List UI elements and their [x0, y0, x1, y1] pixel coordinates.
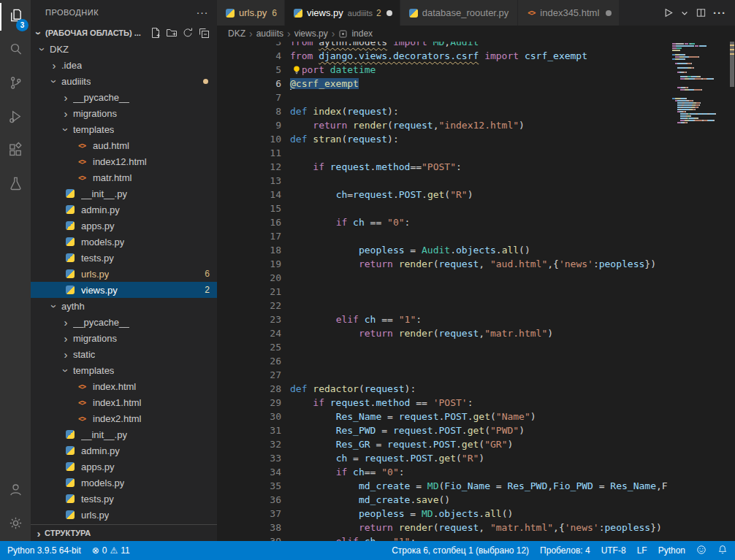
status-bar: Python 3.9.5 64-bit⊗0⚠11 Строка 6, столб… — [0, 541, 735, 560]
status-problems[interactable]: ⊗0⚠11 — [92, 545, 130, 556]
tree-item-label: __pycache__ — [73, 317, 129, 328]
code-text: def stran(request): — [290, 132, 399, 146]
line-number: 12 — [217, 160, 281, 174]
workspace-section-header[interactable]: › (РАБОЧАЯ ОБЛАСТЬ) ... — [31, 25, 217, 41]
sidebar-header: ПРОВОДНИК ··· — [31, 0, 217, 25]
breadcrumb-item[interactable]: DKZ — [228, 28, 245, 39]
status-feedback[interactable] — [696, 545, 707, 557]
tree-item-tests.py[interactable]: tests.py — [31, 491, 217, 507]
html-file-icon: <> — [76, 380, 88, 392]
status-cursor-position[interactable]: Строка 6, столбец 1 (выбрано 12) — [392, 545, 529, 556]
status-notifications[interactable] — [717, 545, 728, 557]
tree-item-index.html[interactable]: <>index.html — [31, 378, 217, 394]
tree-item-templates[interactable]: ›templates — [31, 362, 217, 378]
tree-item-label: __init__.py — [81, 429, 127, 440]
tree-item-urls.py[interactable]: urls.py6 — [31, 266, 217, 282]
minimap-line — [672, 54, 729, 55]
activity-source-control[interactable] — [0, 67, 31, 101]
tree-item-apps.py[interactable]: apps.py — [31, 218, 217, 234]
tree-item-migrations[interactable]: ›migrations — [31, 330, 217, 346]
tree-item-templates[interactable]: ›templates — [31, 121, 217, 137]
tree-item-admin.py[interactable]: admin.py — [31, 202, 217, 218]
tree-item-__init__.py[interactable]: __init__.py — [31, 185, 217, 202]
code-editor[interactable]: 3from aythh.models import MD,Audit4from … — [217, 42, 672, 541]
activity-search[interactable] — [0, 34, 31, 67]
tree-item-label: admin.py — [81, 445, 120, 456]
problems-badge: 6 — [202, 269, 213, 279]
editor-body: 3from aythh.models import MD,Audit4from … — [217, 42, 735, 541]
status-eol[interactable]: LF — [637, 545, 647, 556]
activity-account[interactable] — [0, 474, 31, 507]
error-count: 0 — [102, 545, 107, 556]
lightbulb-icon[interactable] — [290, 64, 302, 76]
code-text: def redactor(request): — [290, 382, 416, 396]
tree-item-__pycache__[interactable]: ›__pycache__ — [31, 314, 217, 330]
more-actions-icon[interactable]: ··· — [713, 7, 726, 19]
breadcrumb-item[interactable]: index — [351, 28, 373, 39]
line-number: 28 — [217, 382, 281, 396]
code-line: 35 md_create = MD(Fio_Name = Res_PWD,Fio… — [217, 479, 672, 493]
split-editor-icon[interactable] — [696, 7, 707, 18]
tree-item-views.py[interactable]: views.py2 — [31, 282, 217, 298]
editor-scrollbar[interactable] — [729, 42, 735, 541]
tree-item-migrations[interactable]: ›migrations — [31, 105, 217, 121]
new-file-icon[interactable] — [150, 27, 161, 39]
tree-item-DKZ[interactable]: ›DKZ — [31, 41, 217, 57]
collapse-all-icon[interactable] — [198, 27, 210, 39]
tree-item-index1.html[interactable]: <>index1.html — [31, 394, 217, 410]
chevron-right-icon: › — [60, 316, 72, 329]
tree-item-__pycache__[interactable]: ›__pycache__ — [31, 89, 217, 105]
tab-views.py[interactable]: views.pyaudiiits2 — [285, 0, 400, 26]
code-text: if request.method == 'POST': — [290, 396, 473, 410]
tree-item-label: migrations — [73, 108, 117, 119]
outline-section-header[interactable]: › СТРУКТУРА — [31, 524, 217, 541]
tab-index345.html[interactable]: <>index345.html — [518, 0, 620, 26]
selection: @csrf_exempt — [290, 78, 359, 89]
status-encoding[interactable]: UTF-8 — [601, 545, 626, 556]
tree-item-__init__.py[interactable]: __init__.py — [31, 426, 217, 442]
status-python-version[interactable]: Python 3.9.5 64-bit — [7, 545, 81, 556]
tree-item-aud.html[interactable]: <>aud.html — [31, 137, 217, 153]
run-icon[interactable] — [663, 7, 674, 18]
tree-item-admin.py[interactable]: admin.py — [31, 442, 217, 459]
explorer-sidebar: ПРОВОДНИК ··· › (РАБОЧАЯ ОБЛАСТЬ) ... ›D… — [31, 0, 217, 541]
activity-settings[interactable] — [0, 507, 31, 541]
breadcrumb-item[interactable]: audiiits — [256, 28, 283, 39]
activity-explorer[interactable]: 3 — [0, 0, 31, 34]
tree-item-matr.html[interactable]: <>matr.html — [31, 169, 217, 185]
code-line: 26 — [217, 354, 672, 368]
tree-item-urls.py[interactable]: urls.py — [31, 507, 217, 523]
minimap-line — [672, 85, 729, 86]
tab-database_roouter.py[interactable]: database_roouter.py — [400, 0, 519, 26]
tree-item-.idea[interactable]: ›.idea — [31, 57, 217, 73]
code-line: 19 return render(request, "aud.html",{'n… — [217, 257, 672, 271]
new-folder-icon[interactable] — [166, 27, 178, 39]
tree-item-static[interactable]: ›static — [31, 346, 217, 362]
tree-item-models.py[interactable]: models.py — [31, 475, 217, 491]
minimap-line — [672, 65, 729, 66]
breadcrumb-item[interactable]: views.py — [294, 28, 328, 39]
chevron-down-icon: › — [33, 27, 45, 39]
tree-item-index12.html[interactable]: <>index12.html — [31, 153, 217, 169]
tree-item-tests.py[interactable]: tests.py — [31, 250, 217, 266]
minimap[interactable] — [672, 43, 729, 124]
tree-item-apps.py[interactable]: apps.py — [31, 459, 217, 475]
activity-extensions[interactable] — [0, 134, 31, 168]
more-actions-icon[interactable]: ··· — [197, 9, 209, 16]
tree-item-index2.html[interactable]: <>index2.html — [31, 410, 217, 426]
refresh-icon[interactable] — [182, 27, 194, 39]
tree-item-aythh[interactable]: ›aythh — [31, 298, 217, 314]
tree-item-label: apps.py — [81, 461, 115, 472]
status-language-mode[interactable]: Python — [658, 545, 685, 556]
tab-urls.py[interactable]: urls.py6 — [217, 0, 285, 26]
tree-item-audiiits[interactable]: ›audiiits — [31, 73, 217, 89]
activity-run-debug[interactable] — [0, 101, 31, 134]
chevron-down-icon[interactable] — [680, 9, 689, 18]
dirty-indicator — [386, 10, 392, 16]
tree-item-models.py[interactable]: models.py — [31, 234, 217, 250]
run-debug-icon — [7, 108, 24, 128]
status-indentation[interactable]: Пробелов: 4 — [540, 545, 590, 556]
activity-testing[interactable] — [0, 168, 31, 202]
code-text: ch=request.POST.get("R") — [290, 188, 473, 202]
minimap-line — [672, 87, 729, 88]
